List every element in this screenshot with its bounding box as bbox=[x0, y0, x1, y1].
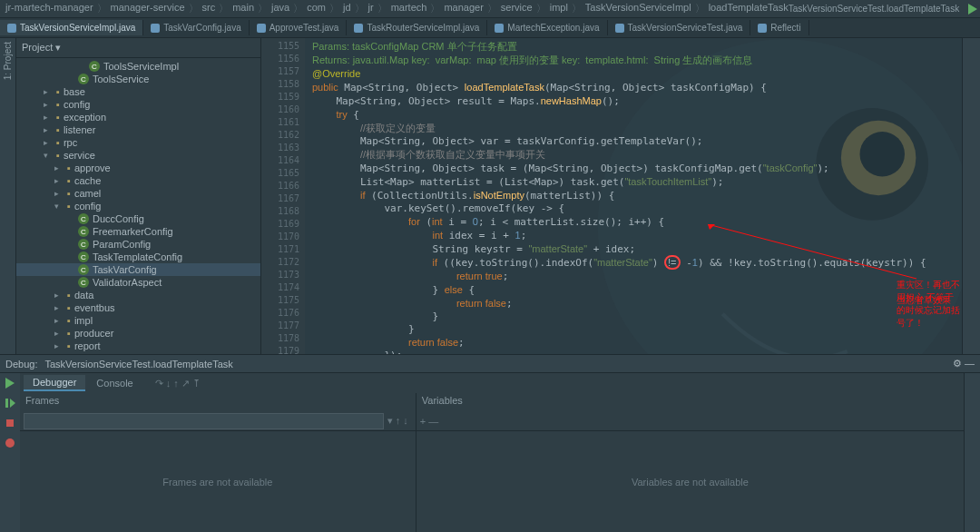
tree-item[interactable]: ▸▪rpc bbox=[16, 136, 260, 149]
editor-tab[interactable]: TaskVersionServiceTest.java bbox=[608, 20, 751, 35]
breadcrumb-item[interactable]: jr-martech-manager bbox=[5, 2, 93, 15]
tree-item[interactable]: CDuccConfig bbox=[16, 212, 260, 225]
breadcrumb-item[interactable]: src bbox=[202, 2, 216, 15]
expand-icon[interactable]: ▾ bbox=[44, 151, 53, 160]
tree-item[interactable]: ▸▪base bbox=[16, 85, 260, 98]
tree-item[interactable]: CFreemarkerConfig bbox=[16, 225, 260, 238]
tree-item[interactable]: ▸▪impl bbox=[16, 314, 260, 327]
left-tool-strip: 1: Project bbox=[0, 38, 16, 354]
frames-empty-message: Frames are not available bbox=[20, 431, 416, 532]
breadcrumb-item[interactable]: jd bbox=[343, 2, 351, 15]
class-icon: C bbox=[78, 251, 89, 262]
folder-icon: ▪ bbox=[67, 175, 71, 186]
tree-item[interactable]: ▾▪var bbox=[16, 352, 260, 354]
expand-icon[interactable]: ▸ bbox=[54, 341, 64, 350]
breadcrumb-item[interactable]: jr bbox=[368, 2, 374, 15]
console-tab[interactable]: Console bbox=[87, 376, 142, 390]
tree-item[interactable]: CParamConfig bbox=[16, 238, 260, 251]
frames-nav[interactable]: ▾ ↑ ↓ bbox=[384, 415, 412, 427]
expand-icon[interactable]: ▸ bbox=[54, 176, 64, 185]
breadcrumb-item[interactable]: com bbox=[307, 2, 326, 15]
run-icon[interactable] bbox=[966, 3, 977, 15]
tree-item[interactable]: CValidatorAspect bbox=[16, 276, 260, 289]
debug-config-name: TaskVersionServiceTest.loadTemplateTask bbox=[44, 359, 232, 369]
tree-item[interactable]: CToolsServiceImpl bbox=[16, 60, 260, 73]
editor-tab[interactable]: ApproveTest.java bbox=[250, 20, 348, 35]
thread-selector[interactable] bbox=[24, 413, 384, 429]
debug-settings-icon[interactable]: ⚙ — bbox=[953, 358, 975, 369]
project-tool-button[interactable]: 1: Project bbox=[3, 42, 13, 80]
expand-icon[interactable]: ▸ bbox=[44, 125, 53, 134]
breadcrumb-item[interactable]: java bbox=[271, 2, 289, 15]
tree-item[interactable]: ▸▪cache bbox=[16, 174, 260, 187]
code-area[interactable]: Params: taskConfigMap CRM 单个子任务配置 Return… bbox=[305, 38, 962, 354]
tree-item[interactable]: ▸▪approve bbox=[16, 162, 260, 174]
breadcrumb[interactable]: jr-martech-manager〉manager-service〉src〉m… bbox=[5, 2, 789, 15]
expand-icon[interactable]: ▾ bbox=[54, 202, 64, 211]
rerun-icon[interactable] bbox=[4, 377, 16, 389]
minimap[interactable] bbox=[962, 38, 980, 354]
tree-item[interactable]: CTaskVarConfig bbox=[16, 263, 260, 276]
breadcrumb-item[interactable]: manager-service bbox=[111, 2, 185, 15]
tree-item[interactable]: ▸▪eventbus bbox=[16, 301, 260, 314]
breadcrumb-item[interactable]: service bbox=[501, 2, 533, 15]
project-tree[interactable]: CToolsServiceImplCToolsService▸▪base▸▪co… bbox=[16, 58, 260, 354]
vars-add-icon[interactable]: + — bbox=[420, 416, 438, 427]
file-icon bbox=[151, 24, 160, 33]
top-toolbar: jr-martech-manager〉manager-service〉src〉m… bbox=[0, 0, 980, 18]
breadcrumb-item[interactable]: loadTemplateTask bbox=[709, 2, 789, 15]
stop-debug-icon[interactable] bbox=[4, 417, 16, 429]
expand-icon[interactable]: ▸ bbox=[44, 138, 53, 147]
resume-icon[interactable] bbox=[4, 397, 16, 409]
expand-icon[interactable]: ▸ bbox=[54, 329, 64, 338]
expand-icon[interactable]: ▸ bbox=[54, 163, 64, 172]
editor-tab[interactable]: TaskVersionServiceImpl.java bbox=[0, 20, 143, 35]
line-gutter: 1155 1156 1157 1158 1159 1160 1161 1162 … bbox=[261, 38, 305, 354]
right-tool-strip bbox=[964, 373, 980, 532]
file-icon bbox=[354, 24, 363, 33]
tree-item[interactable]: ▸▪config bbox=[16, 98, 260, 111]
editor-tab[interactable]: TaskVarConfig.java bbox=[143, 20, 249, 35]
expand-icon[interactable]: ▸ bbox=[44, 113, 53, 122]
breakpoints-icon[interactable] bbox=[4, 437, 16, 449]
expand-icon[interactable]: ▸ bbox=[54, 189, 64, 198]
expand-icon[interactable]: ▸ bbox=[44, 100, 53, 109]
tree-item[interactable]: ▸▪exception bbox=[16, 111, 260, 123]
folder-icon: ▪ bbox=[56, 99, 60, 110]
run-config-selector[interactable]: TaskVersionServiceTest.loadTemplateTask bbox=[789, 4, 959, 14]
expand-icon[interactable]: ▸ bbox=[54, 291, 64, 300]
tree-item[interactable]: ▸▪report bbox=[16, 340, 260, 352]
folder-icon: ▪ bbox=[67, 290, 71, 300]
tree-item[interactable]: CTaskTemplateConfig bbox=[16, 251, 260, 263]
breadcrumb-item[interactable]: impl bbox=[550, 2, 568, 15]
editor-tab[interactable]: TaskRouterServiceImpl.java bbox=[347, 20, 487, 35]
expand-icon[interactable]: ▸ bbox=[44, 87, 53, 96]
debugger-tab[interactable]: Debugger bbox=[24, 375, 85, 391]
project-panel-header[interactable]: Project ▾ bbox=[16, 38, 260, 58]
expand-icon[interactable]: ▸ bbox=[54, 316, 64, 325]
breadcrumb-item[interactable]: manager bbox=[444, 2, 483, 15]
folder-icon: ▪ bbox=[67, 201, 71, 212]
tree-item[interactable]: ▸▪producer bbox=[16, 327, 260, 340]
editor-tab[interactable]: MartechException.java bbox=[487, 20, 607, 35]
variables-empty-message: Variables are not available bbox=[416, 431, 964, 532]
tree-item[interactable]: ▸▪data bbox=[16, 289, 260, 301]
class-icon: C bbox=[78, 74, 89, 84]
code-editor[interactable]: 1155 1156 1157 1158 1159 1160 1161 1162 … bbox=[261, 38, 962, 354]
tree-item[interactable]: ▸▪camel bbox=[16, 187, 260, 200]
frames-panel: Frames ▾ ↑ ↓ Frames are not available bbox=[20, 393, 416, 532]
editor-tab[interactable]: Reflecti bbox=[750, 20, 808, 35]
tree-item[interactable]: ▾▪service bbox=[16, 149, 260, 162]
tree-item[interactable]: CToolsService bbox=[16, 73, 260, 85]
class-icon: C bbox=[78, 213, 89, 224]
tree-item[interactable]: ▾▪config bbox=[16, 200, 260, 212]
breadcrumb-item[interactable]: TaskVersionServiceImpl bbox=[585, 2, 691, 15]
expand-icon[interactable]: ▸ bbox=[54, 303, 64, 312]
breadcrumb-item[interactable]: martech bbox=[391, 2, 427, 15]
frames-header: Frames bbox=[20, 393, 416, 411]
step-icons[interactable]: ↷ ↓ ↑ ↗ ⤒ bbox=[155, 378, 201, 389]
breadcrumb-item[interactable]: main bbox=[232, 2, 254, 15]
folder-icon: ▪ bbox=[67, 353, 71, 354]
folder-icon: ▪ bbox=[67, 302, 71, 313]
tree-item[interactable]: ▸▪listener bbox=[16, 123, 260, 136]
